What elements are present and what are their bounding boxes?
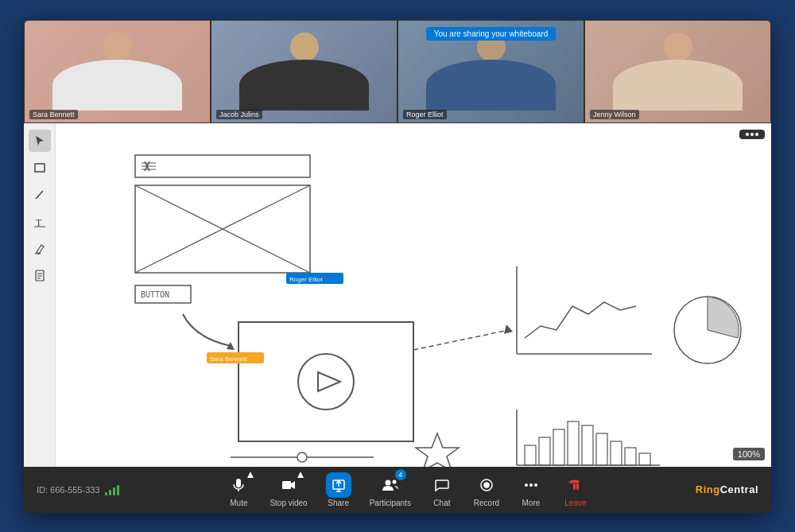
svg-marker-51 <box>297 472 304 478</box>
chat-icon <box>429 472 455 498</box>
svg-text:BUTTON: BUTTON <box>141 290 169 299</box>
svg-rect-34 <box>525 445 536 465</box>
signal-bar-2 <box>109 490 111 495</box>
svg-rect-38 <box>582 425 593 465</box>
record-label: Record <box>474 499 499 507</box>
participants-label: Participants <box>370 499 411 507</box>
svg-point-45 <box>297 452 307 462</box>
tool-text[interactable]: T <box>29 211 51 233</box>
whiteboard[interactable]: 100% BUTTON Roger Ell <box>56 123 771 467</box>
participants-button[interactable]: 4 Participants <box>363 469 417 511</box>
svg-point-56 <box>392 480 396 483</box>
chat-button[interactable]: Chat <box>422 469 462 511</box>
svg-marker-48 <box>247 472 254 478</box>
svg-rect-40 <box>611 441 622 465</box>
mute-label: Mute <box>230 499 247 507</box>
svg-rect-0 <box>35 164 45 172</box>
app-window: Sara Bennett Jacob Julins You are sharin… <box>24 20 771 513</box>
tool-select[interactable] <box>29 130 51 152</box>
svg-rect-42 <box>639 453 650 465</box>
svg-point-58 <box>484 483 489 487</box>
svg-rect-35 <box>539 437 550 465</box>
main-area: T 100% <box>24 123 771 467</box>
record-icon <box>474 472 499 498</box>
call-id-text: ID: 666-555-333 <box>37 485 100 495</box>
mute-icon <box>226 472 251 498</box>
svg-rect-62 <box>573 483 576 490</box>
share-label: Share <box>328 499 349 507</box>
participants-icon: 4 <box>378 472 403 498</box>
svg-point-24 <box>298 354 354 410</box>
participant-thumb-roger[interactable]: You are sharing your whiteboard Roger El… <box>398 20 584 123</box>
svg-rect-41 <box>625 448 636 465</box>
svg-rect-63 <box>576 483 579 490</box>
participant-name-jenny: Jenny Wilson <box>590 110 639 119</box>
more-label: More <box>522 499 541 507</box>
svg-marker-46 <box>416 433 459 467</box>
toolbar-center: Mute Stop video Share <box>119 469 696 511</box>
svg-marker-50 <box>291 481 295 489</box>
share-button[interactable]: Share <box>319 469 359 511</box>
sharing-banner: You are sharing your whiteboard <box>426 27 556 41</box>
tool-highlight[interactable] <box>29 238 51 260</box>
leave-label: Leave <box>564 499 586 507</box>
svg-line-28 <box>413 330 509 350</box>
participants-badge: 4 <box>395 469 406 480</box>
svg-rect-39 <box>596 433 607 465</box>
signal-bar-3 <box>113 487 115 495</box>
more-button[interactable]: More <box>511 469 551 511</box>
svg-point-59 <box>525 483 528 487</box>
tool-document[interactable] <box>29 265 51 287</box>
svg-text:Roger Elliot: Roger Elliot <box>289 276 323 283</box>
record-button[interactable]: Record <box>467 469 506 511</box>
more-icon <box>518 472 544 498</box>
signal-bar-1 <box>105 492 107 495</box>
whiteboard-canvas[interactable]: BUTTON Roger Elliot Sara Bennett <box>56 123 771 467</box>
participant-name-jacob: Jacob Julins <box>216 110 262 119</box>
svg-marker-25 <box>318 372 340 391</box>
tool-rectangle[interactable] <box>29 157 51 179</box>
svg-point-61 <box>534 483 537 487</box>
svg-point-60 <box>529 483 533 487</box>
participants-bar: Sara Bennett Jacob Julins You are sharin… <box>24 20 771 123</box>
participant-name-sara: Sara Bennett <box>29 110 78 119</box>
svg-text:Sara Bennett: Sara Bennett <box>210 355 247 363</box>
svg-point-55 <box>385 480 390 485</box>
participant-thumb-jacob[interactable]: Jacob Julins <box>211 20 398 123</box>
signal-indicator <box>105 484 119 495</box>
chat-label: Chat <box>433 499 450 507</box>
participant-thumb-sara[interactable]: Sara Bennett <box>24 20 211 123</box>
svg-line-1 <box>36 191 43 199</box>
call-id-area: ID: 666-555-333 <box>37 484 119 495</box>
tool-pen[interactable] <box>29 184 51 206</box>
stop-video-label: Stop video <box>270 499 307 507</box>
svg-rect-37 <box>568 421 579 465</box>
ringcentral-logo: RingCentral <box>696 483 758 495</box>
mute-button[interactable]: Mute <box>219 469 258 511</box>
leave-button[interactable]: Leave <box>556 469 595 511</box>
stop-video-icon <box>276 472 301 498</box>
svg-rect-36 <box>553 429 564 465</box>
participant-thumb-jenny[interactable]: Jenny Wilson <box>584 20 771 123</box>
participant-name-roger: Roger Elliot <box>403 110 447 119</box>
svg-rect-49 <box>282 481 291 489</box>
stop-video-button[interactable]: Stop video <box>263 469 313 511</box>
share-icon <box>326 472 351 498</box>
svg-marker-29 <box>504 324 513 334</box>
svg-rect-9 <box>135 155 310 177</box>
svg-rect-23 <box>238 322 413 441</box>
leave-icon <box>563 472 588 498</box>
bottom-toolbar: ID: 666-555-333 Mute <box>24 467 771 513</box>
tools-sidebar: T <box>24 123 56 467</box>
